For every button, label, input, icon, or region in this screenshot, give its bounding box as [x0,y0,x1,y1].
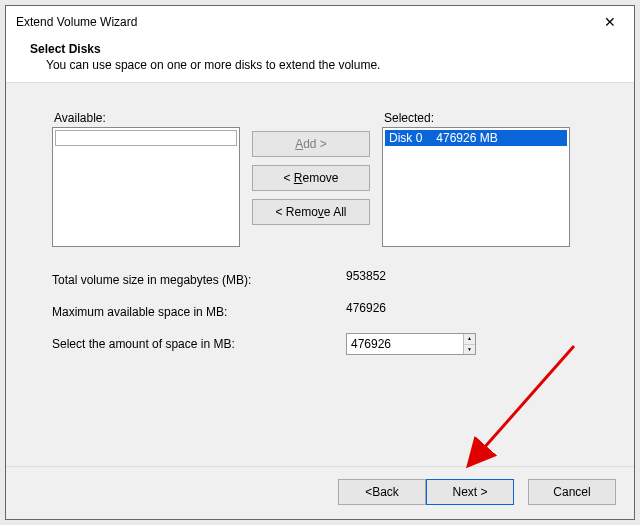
select-space-label: Select the amount of space in MB: [52,337,328,351]
wizard-content: Available: Add > < Remove < Remove All S… [6,82,634,466]
selected-disk-size: 476926 MB [436,131,497,145]
max-space-row: Maximum available space in MB: 476926 [52,301,588,323]
total-size-label: Total volume size in megabytes (MB): [52,273,328,287]
available-empty-row [55,130,237,146]
wizard-header: Select Disks You can use space on one or… [6,38,634,82]
window-title: Extend Volume Wizard [16,15,137,29]
step-subheading: You can use space on one or more disks t… [30,58,610,72]
close-icon: ✕ [604,14,616,30]
step-heading: Select Disks [30,42,610,56]
size-fields: Total volume size in megabytes (MB): 953… [52,269,588,355]
select-space-spinner[interactable]: ▲ ▼ [346,333,476,355]
total-size-row: Total volume size in megabytes (MB): 953… [52,269,588,291]
remove-button[interactable]: < Remove [252,165,370,191]
back-button[interactable]: < Back [338,479,426,505]
disk-lists-row: Available: Add > < Remove < Remove All S… [52,111,588,247]
titlebar: Extend Volume Wizard ✕ [6,6,634,38]
select-space-input[interactable] [347,337,463,351]
close-button[interactable]: ✕ [596,12,624,32]
selected-disk-item[interactable]: Disk 0 476926 MB [385,130,567,146]
extend-volume-wizard-window: Extend Volume Wizard ✕ Select Disks You … [5,5,635,520]
selected-column: Selected: Disk 0 476926 MB [382,111,570,247]
available-listbox[interactable] [52,127,240,247]
wizard-footer: < Back Next > Cancel [6,466,634,519]
cancel-button[interactable]: Cancel [528,479,616,505]
remove-all-button[interactable]: < Remove All [252,199,370,225]
transfer-buttons: Add > < Remove < Remove All [252,111,370,247]
spin-up-icon[interactable]: ▲ [464,334,475,345]
spinner-buttons: ▲ ▼ [463,334,475,354]
max-space-value: 476926 [346,301,476,323]
total-size-value: 953852 [346,269,476,291]
next-button[interactable]: Next > [426,479,514,505]
add-button[interactable]: Add > [252,131,370,157]
available-column: Available: [52,111,240,247]
selected-listbox[interactable]: Disk 0 476926 MB [382,127,570,247]
spin-down-icon[interactable]: ▼ [464,345,475,355]
select-space-row: Select the amount of space in MB: ▲ ▼ [52,333,588,355]
selected-disk-name: Disk 0 [389,131,422,145]
selected-label: Selected: [384,111,570,125]
nav-button-group: < Back Next > [338,479,514,505]
max-space-label: Maximum available space in MB: [52,305,328,319]
available-label: Available: [54,111,240,125]
